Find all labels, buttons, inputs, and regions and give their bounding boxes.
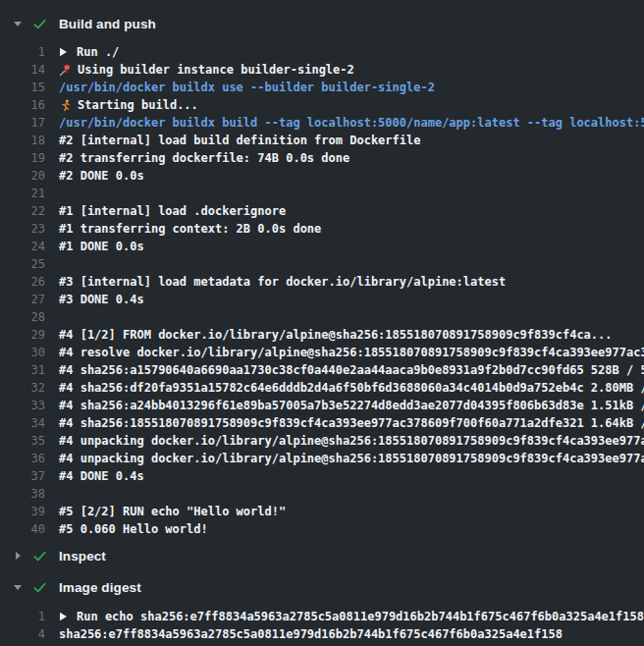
log-line: 14Using builder instance builder-single-…	[0, 61, 644, 79]
log-line: 24#1 DONE 0.0s	[0, 238, 644, 255]
line-text-content: #4 sha256:a24bb4013296f61e89ba57005a7b3e…	[59, 397, 644, 414]
line-number[interactable]: 19	[0, 149, 45, 167]
line-text: #4 sha256:a15790640a6690aa1730c38cf0a440…	[59, 361, 644, 379]
log-line: 18#2 [internal] load build definition fr…	[0, 132, 644, 149]
line-number[interactable]: 26	[0, 273, 45, 291]
line-text-content: #4 DONE 0.4s	[59, 467, 144, 485]
line-text: Run ./	[59, 43, 119, 61]
line-text-content: #2 transferring dockerfile: 74B 0.0s don…	[59, 149, 349, 167]
line-text-content: #1 [internal] load .dockerignore	[59, 202, 286, 220]
section-title: Inspect	[59, 549, 106, 564]
line-text: #4 DONE 0.4s	[59, 467, 144, 485]
line-text-content: /usr/bin/docker buildx use --builder bui…	[59, 79, 435, 96]
line-text-content: #1 DONE 0.0s	[59, 238, 144, 255]
log-line: 28	[0, 308, 644, 326]
play-icon[interactable]	[59, 47, 68, 57]
line-text-content: #4 sha256:a15790640a6690aa1730c38cf0a440…	[59, 361, 644, 379]
line-number[interactable]: 27	[0, 291, 45, 308]
chevron-right-icon[interactable]	[12, 552, 24, 560]
line-text-content: Using builder instance builder-single-2	[78, 61, 354, 79]
line-text: /usr/bin/docker buildx use --builder bui…	[59, 79, 435, 96]
line-number[interactable]: 17	[0, 114, 45, 132]
line-text: #1 [internal] load .dockerignore	[59, 202, 286, 220]
log-line: 38	[0, 485, 644, 503]
line-number[interactable]: 28	[0, 308, 45, 326]
log-sections: Build and push1Run ./14Using builder ins…	[0, 12, 644, 643]
line-text-content: sha256:e7ff8834a5963a2785c5a0811e979d16b…	[59, 625, 563, 643]
line-text-content: #4 unpacking docker.io/library/alpine@sh…	[59, 450, 644, 467]
line-text: #4 [1/2] FROM docker.io/library/alpine@s…	[59, 326, 613, 344]
log-line: 37#4 DONE 0.4s	[0, 467, 644, 485]
line-text: #2 [internal] load build definition from…	[59, 132, 420, 149]
line-number[interactable]: 40	[0, 520, 45, 538]
line-number[interactable]: 15	[0, 79, 45, 96]
log-line: 40#5 0.060 Hello world!	[0, 520, 644, 538]
log-line: 39#5 [2/2] RUN echo "Hello world!"	[0, 503, 644, 520]
line-text: #4 sha256:a24bb4013296f61e89ba57005a7b3e…	[59, 397, 644, 414]
line-number[interactable]: 30	[0, 344, 45, 361]
line-number[interactable]: 14	[0, 61, 45, 79]
line-number[interactable]: 1	[0, 43, 45, 61]
line-number[interactable]: 18	[0, 132, 45, 149]
line-text: #3 [internal] load metadata for docker.i…	[59, 273, 506, 291]
runner-icon	[59, 99, 73, 112]
line-text-content: #5 [2/2] RUN echo "Hello world!"	[59, 503, 286, 520]
section-header-build-and-push[interactable]: Build and push	[0, 12, 644, 35]
line-number[interactable]: 29	[0, 326, 45, 344]
line-text: #2 transferring dockerfile: 74B 0.0s don…	[59, 149, 349, 167]
line-number[interactable]: 24	[0, 238, 45, 255]
log-line: 32#4 sha256:df20fa9351a15782c64e6dddb2d4…	[0, 379, 644, 397]
line-number[interactable]: 33	[0, 397, 45, 414]
play-icon[interactable]	[59, 612, 68, 621]
line-text: #3 DONE 0.4s	[59, 291, 144, 308]
line-number[interactable]: 22	[0, 202, 45, 220]
section-title: Build and push	[59, 17, 156, 31]
section-header-image-digest[interactable]: Image digest	[0, 575, 644, 599]
section-title: Image digest	[59, 580, 141, 595]
log-line: 27#3 DONE 0.4s	[0, 291, 644, 308]
line-text-content: #4 sha256:185518070891758909c9f839cf4ca3…	[59, 414, 644, 432]
line-text-content: Run ./	[77, 43, 119, 61]
log-lines-build-and-push: 1Run ./14Using builder instance builder-…	[0, 43, 644, 538]
log-line: 1Run echo sha256:e7ff8834a5963a2785c5a08…	[0, 608, 644, 625]
line-number[interactable]: 4	[0, 625, 45, 643]
log-line: 31#4 sha256:a15790640a6690aa1730c38cf0a4…	[0, 361, 644, 379]
line-text: /usr/bin/docker buildx build --tag local…	[59, 114, 644, 132]
line-text-content: #2 DONE 0.0s	[59, 167, 144, 185]
line-number[interactable]: 16	[0, 96, 45, 114]
chevron-down-icon[interactable]	[12, 22, 24, 27]
line-number[interactable]: 32	[0, 379, 45, 397]
log-line: 34#4 sha256:185518070891758909c9f839cf4c…	[0, 414, 644, 432]
line-number[interactable]: 1	[0, 608, 45, 625]
line-number[interactable]: 25	[0, 255, 45, 273]
line-text-content: #3 [internal] load metadata for docker.i…	[59, 273, 506, 291]
log-line: 25	[0, 255, 644, 273]
log-line: 33#4 sha256:a24bb4013296f61e89ba57005a7b…	[0, 397, 644, 414]
log-line: 17/usr/bin/docker buildx build --tag loc…	[0, 114, 644, 132]
line-text: #5 [2/2] RUN echo "Hello world!"	[59, 503, 286, 520]
line-text: #5 0.060 Hello world!	[59, 520, 208, 538]
line-text: #4 resolve docker.io/library/alpine@sha2…	[59, 344, 644, 361]
line-text-content: #1 transferring context: 2B 0.0s done	[59, 220, 321, 238]
line-number[interactable]: 37	[0, 467, 45, 485]
line-number[interactable]: 21	[0, 185, 45, 202]
line-number[interactable]: 20	[0, 167, 45, 185]
log-line: 15/usr/bin/docker buildx use --builder b…	[0, 79, 644, 96]
line-number[interactable]: 39	[0, 503, 45, 520]
line-text-content: #4 [1/2] FROM docker.io/library/alpine@s…	[59, 326, 613, 344]
line-text: #4 sha256:185518070891758909c9f839cf4ca3…	[59, 414, 644, 432]
log-lines-image-digest: 1Run echo sha256:e7ff8834a5963a2785c5a08…	[0, 608, 644, 643]
log-line: 1Run ./	[0, 43, 644, 61]
chevron-down-icon[interactable]	[12, 585, 24, 590]
log-line: 30#4 resolve docker.io/library/alpine@sh…	[0, 344, 644, 361]
line-number[interactable]: 35	[0, 432, 45, 450]
line-number[interactable]: 38	[0, 485, 45, 503]
line-number[interactable]: 23	[0, 220, 45, 238]
line-number[interactable]: 36	[0, 450, 45, 467]
line-text: #4 unpacking docker.io/library/alpine@sh…	[59, 432, 644, 450]
section-header-inspect[interactable]: Inspect	[0, 544, 644, 567]
line-number[interactable]: 31	[0, 361, 45, 379]
line-number[interactable]: 34	[0, 414, 45, 432]
line-text-content: #5 0.060 Hello world!	[59, 520, 208, 538]
line-text-content: #4 unpacking docker.io/library/alpine@sh…	[59, 432, 644, 450]
